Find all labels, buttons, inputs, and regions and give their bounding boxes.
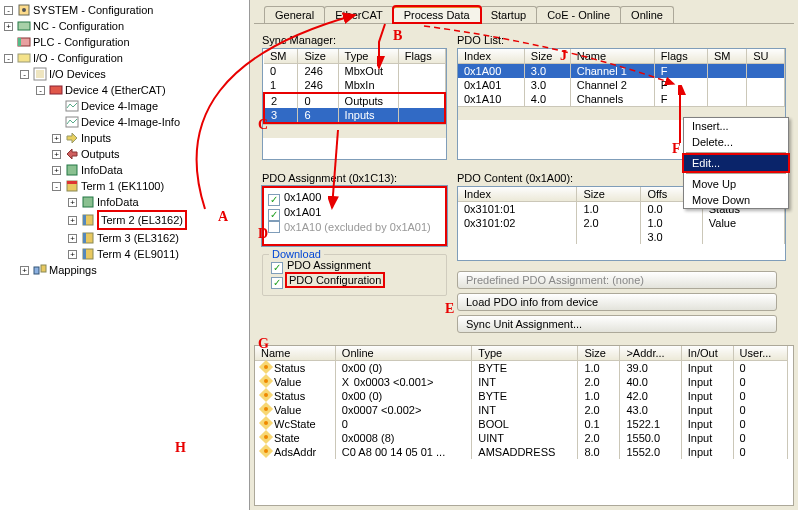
tree-item[interactable]: -Term 1 (EK1100) — [2, 178, 249, 194]
context-menu[interactable]: Insert...Delete...Edit...Move UpMove Dow… — [683, 117, 789, 209]
tree-item[interactable]: -I/O Devices — [2, 66, 249, 82]
menu-item[interactable]: Delete... — [684, 134, 788, 150]
table-row[interactable]: AdsAddrC0 A8 00 14 05 01 ...AMSADDRESS8.… — [255, 445, 787, 459]
tab-startup[interactable]: Startup — [480, 6, 537, 23]
tab-online[interactable]: Online — [620, 6, 674, 23]
tree-item[interactable]: +NC - Configuration — [2, 18, 249, 34]
menu-item-edit[interactable]: Edit... — [684, 155, 788, 171]
tree-item[interactable]: PLC - Configuration — [2, 34, 249, 50]
expand-icon[interactable]: + — [52, 166, 61, 175]
menu-item[interactable]: Move Up — [684, 176, 788, 192]
pdo-assignment-box[interactable]: 0x1A000x1A010x1A10 (excluded by 0x1A01) — [262, 186, 447, 246]
variables-grid[interactable]: NameOnlineTypeSize>Addr...In/OutUser...S… — [254, 345, 794, 506]
table-row[interactable]: 0x3101:022.01.0Value — [458, 216, 785, 230]
sync-manager-grid[interactable]: SMSizeTypeFlags0246MbxOut1246MbxIn20Outp… — [262, 48, 447, 160]
expand-icon[interactable]: + — [68, 250, 77, 259]
table-row[interactable]: ValueX0x0003 <0.001>INT2.040.0Input0 — [255, 375, 787, 389]
table-row[interactable]: 20Outputs — [264, 93, 445, 108]
tree-item[interactable]: +InfoData — [2, 194, 249, 210]
column-header[interactable]: Size — [577, 187, 641, 202]
expand-icon[interactable]: + — [52, 150, 61, 159]
column-header[interactable]: Flags — [398, 49, 445, 64]
table-row[interactable]: 0x1A003.0Channel 1F — [458, 64, 785, 79]
column-header[interactable]: Name — [255, 346, 335, 361]
tree-item[interactable]: +Term 4 (EL9011) — [2, 246, 249, 262]
tree-item[interactable]: +Mappings — [2, 262, 249, 278]
table-row[interactable]: Status0x00 (0)BYTE1.042.0Input0 — [255, 389, 787, 403]
table-row[interactable]: Value0x0007 <0.002>INT2.043.0Input0 — [255, 403, 787, 417]
column-header[interactable]: User... — [733, 346, 787, 361]
column-header[interactable]: Index — [458, 187, 577, 202]
table-row[interactable]: 0x1A013.0Channel 2F — [458, 78, 785, 92]
navigation-tree[interactable]: -SYSTEM - Configuration+NC - Configurati… — [0, 0, 250, 510]
column-header[interactable]: Type — [338, 49, 398, 64]
sync-unit-button[interactable]: Sync Unit Assignment... — [457, 315, 777, 333]
tab-general[interactable]: General — [264, 6, 325, 23]
checkbox-icon[interactable] — [271, 277, 283, 289]
table-row[interactable]: WcState0BOOL0.11522.1Input0 — [255, 417, 787, 431]
menu-item[interactable]: Insert... — [684, 118, 788, 134]
table-row[interactable]: 0x1A104.0ChannelsF — [458, 92, 785, 106]
table-row[interactable]: 0246MbxOut — [264, 64, 445, 79]
download-item-label: PDO Configuration — [287, 274, 383, 286]
column-header[interactable]: Size — [578, 346, 620, 361]
table-row[interactable]: State0x0008 (8)UINT2.01550.0Input0 — [255, 431, 787, 445]
download-item[interactable]: PDO Assignment — [271, 259, 438, 274]
load-pdo-button[interactable]: Load PDO info from device — [457, 293, 777, 311]
expand-icon[interactable]: + — [68, 198, 77, 207]
column-header[interactable]: Name — [570, 49, 654, 64]
expand-icon[interactable]: + — [68, 216, 77, 225]
tree-item[interactable]: +Term 2 (EL3162) — [2, 210, 249, 230]
expand-icon[interactable]: + — [68, 234, 77, 243]
tree-item[interactable]: +Term 3 (EL3162) — [2, 230, 249, 246]
table-row[interactable]: 1246MbxIn — [264, 78, 445, 93]
checkbox-icon[interactable] — [268, 221, 280, 233]
table-row[interactable]: Status0x00 (0)BYTE1.039.0Input0 — [255, 361, 787, 376]
tree-item[interactable]: Device 4-Image-Info — [2, 114, 249, 130]
pdo-assignment-item[interactable]: 0x1A00 — [268, 191, 441, 206]
expand-icon[interactable]: + — [4, 22, 13, 31]
column-header[interactable]: Online — [335, 346, 471, 361]
column-header[interactable]: SM — [264, 49, 298, 64]
column-header[interactable]: Size — [298, 49, 338, 64]
pdo-assignment-item[interactable]: 0x1A10 (excluded by 0x1A01) — [268, 221, 441, 233]
column-header[interactable]: Type — [472, 346, 578, 361]
column-header[interactable]: Flags — [654, 49, 707, 64]
collapse-icon[interactable]: - — [20, 70, 29, 79]
svg-rect-5 — [18, 54, 30, 62]
iodev-icon — [33, 67, 47, 81]
tree-item[interactable]: -Device 4 (EtherCAT) — [2, 82, 249, 98]
checkbox-icon[interactable] — [268, 209, 280, 221]
expand-icon[interactable]: + — [52, 134, 61, 143]
table-row[interactable]: 3.0 — [458, 230, 785, 244]
tree-item[interactable]: Device 4-Image — [2, 98, 249, 114]
tab-coe-online[interactable]: CoE - Online — [536, 6, 621, 23]
column-header[interactable]: Index — [458, 49, 524, 64]
pdo-assignment-item[interactable]: 0x1A01 — [268, 206, 441, 221]
tree-item[interactable]: -I/O - Configuration — [2, 50, 249, 66]
checkbox-icon[interactable] — [271, 262, 283, 274]
collapse-icon[interactable]: - — [36, 86, 45, 95]
column-header[interactable]: >Addr... — [620, 346, 681, 361]
tab-process-data[interactable]: Process Data — [393, 6, 481, 23]
column-header[interactable]: SU — [747, 49, 785, 64]
table-row[interactable]: 36Inputs — [264, 108, 445, 123]
collapse-icon[interactable]: - — [4, 6, 13, 15]
tree-item[interactable]: +Inputs — [2, 130, 249, 146]
checkbox-icon[interactable] — [268, 194, 280, 206]
tab-ethercat[interactable]: EtherCAT — [324, 6, 393, 23]
tree-item-label: Inputs — [81, 130, 111, 146]
column-header[interactable]: In/Out — [681, 346, 733, 361]
tree-item[interactable]: +InfoData — [2, 162, 249, 178]
menu-item[interactable]: Move Down — [684, 192, 788, 208]
collapse-icon[interactable]: - — [52, 182, 61, 191]
tree-item[interactable]: +Outputs — [2, 146, 249, 162]
tree-item[interactable]: -SYSTEM - Configuration — [2, 2, 249, 18]
column-header[interactable]: Size — [524, 49, 570, 64]
collapse-icon[interactable]: - — [4, 54, 13, 63]
column-header[interactable]: SM — [707, 49, 746, 64]
download-item[interactable]: PDO Configuration — [271, 274, 438, 289]
tree-item-label: PLC - Configuration — [33, 34, 130, 50]
predefined-pdo-button[interactable]: Predefined PDO Assignment: (none) — [457, 271, 777, 289]
expand-icon[interactable]: + — [20, 266, 29, 275]
